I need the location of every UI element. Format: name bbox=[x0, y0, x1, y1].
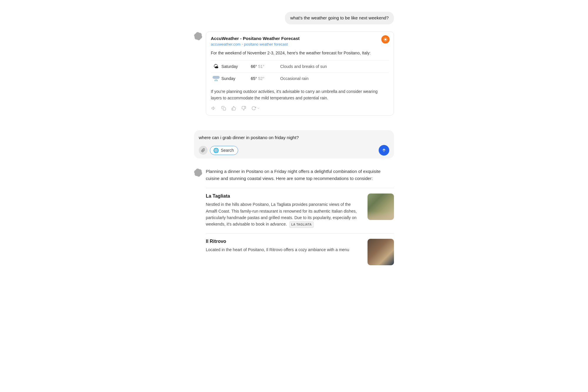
il-ritrovo-image bbox=[368, 239, 394, 265]
sunday-weather-icon bbox=[211, 76, 221, 81]
user-bubble-1: what's the weather going to be like next… bbox=[285, 12, 394, 24]
il-ritrovo-info: Il Ritrovo Located in the heart of Posit… bbox=[206, 239, 363, 253]
page-container: what's the weather going to be like next… bbox=[188, 0, 400, 302]
volume-button[interactable] bbox=[211, 105, 217, 111]
sunday-day: Sunday bbox=[221, 76, 251, 81]
input-text: where can i grab dinner in positano on f… bbox=[199, 134, 389, 141]
saturday-day: Saturday bbox=[221, 64, 251, 69]
svg-line-8 bbox=[387, 38, 387, 38]
user-message-text-1: what's the weather going to be like next… bbox=[290, 15, 389, 20]
input-container[interactable]: where can i grab dinner in positano on f… bbox=[194, 130, 394, 159]
sunday-temps: 65° 52° bbox=[251, 76, 280, 81]
sunday-high: 65° bbox=[251, 76, 257, 81]
regenerate-button[interactable] bbox=[251, 105, 261, 111]
source-title: AccuWeather - Positano Weather Forecast bbox=[211, 36, 389, 41]
source-domain-link[interactable]: accuweather.com bbox=[211, 42, 240, 46]
source-path-link[interactable]: positano weather forecast bbox=[244, 42, 288, 46]
weather-row-sunday: Sunday 65° 52° Occasional rain bbox=[211, 73, 389, 84]
saturday-weather-icon: 🌤 bbox=[211, 64, 221, 70]
svg-line-5 bbox=[384, 38, 384, 38]
restaurant-card-il-ritrovo: Il Ritrovo Located in the heart of Posit… bbox=[206, 233, 394, 271]
weather-row-saturday: 🌤 Saturday 66° 51° Clouds and breaks of … bbox=[211, 60, 389, 73]
copy-button[interactable] bbox=[221, 105, 227, 111]
la-tagliata-image bbox=[368, 194, 394, 220]
globe-icon: 🌐 bbox=[213, 148, 219, 153]
restaurant-card-la-tagliata: La Tagliata Nestled in the hills above P… bbox=[206, 188, 394, 233]
weather-assistant-row: AccuWeather - Positano Weather Forecast … bbox=[194, 31, 394, 120]
weather-badge bbox=[381, 35, 390, 44]
user-message-row-1: what's the weather going to be like next… bbox=[194, 12, 394, 24]
dining-assistant-content: Planning a dinner in Positano on a Frida… bbox=[206, 168, 394, 270]
thumbup-button[interactable] bbox=[231, 105, 237, 111]
search-button-label: Search bbox=[221, 148, 234, 153]
weather-intro-text: For the weekend of November 2-3, 2024, h… bbox=[211, 50, 389, 56]
saturday-description: Clouds and breaks of sun bbox=[280, 64, 389, 69]
weather-footer-text: If you're planning outdoor activities, i… bbox=[211, 88, 389, 101]
dining-assistant-row: Planning a dinner in Positano on a Frida… bbox=[194, 168, 394, 270]
attach-button[interactable] bbox=[199, 146, 208, 155]
input-actions-row: 🌐 Search bbox=[199, 145, 389, 156]
assistant-icon-2 bbox=[194, 169, 202, 177]
source-breadcrumb: accuweather.com › positano weather forec… bbox=[211, 42, 389, 46]
saturday-low: 51° bbox=[258, 64, 264, 69]
breadcrumb-chevron: › bbox=[242, 42, 243, 46]
la-tagliata-desc: Nestled in the hills above Positano, La … bbox=[206, 201, 363, 228]
saturday-high: 66° bbox=[251, 64, 257, 69]
la-tagliata-badge: LA TAGLIATA bbox=[289, 221, 314, 228]
search-button[interactable]: 🌐 Search bbox=[210, 146, 238, 155]
svg-point-0 bbox=[385, 38, 387, 40]
input-left-actions: 🌐 Search bbox=[199, 146, 238, 155]
sunday-description: Occasional rain bbox=[280, 76, 389, 81]
il-ritrovo-desc: Located in the heart of Positano, Il Rit… bbox=[206, 246, 363, 253]
la-tagliata-name: La Tagliata bbox=[206, 194, 363, 199]
sunday-low: 52° bbox=[258, 76, 264, 81]
il-ritrovo-name: Il Ritrovo bbox=[206, 239, 363, 244]
send-button[interactable] bbox=[379, 145, 389, 156]
svg-rect-10 bbox=[223, 108, 226, 110]
action-icons-row bbox=[211, 105, 389, 111]
assistant-icon bbox=[194, 32, 202, 40]
svg-line-7 bbox=[384, 40, 384, 41]
svg-line-6 bbox=[387, 40, 387, 41]
la-tagliata-info: La Tagliata Nestled in the hills above P… bbox=[206, 194, 363, 228]
thumbdown-button[interactable] bbox=[241, 105, 247, 111]
saturday-temps: 66° 51° bbox=[251, 64, 280, 69]
dining-intro-text: Planning a dinner in Positano on a Frida… bbox=[206, 168, 394, 182]
weather-assistant-content: AccuWeather - Positano Weather Forecast … bbox=[206, 31, 394, 120]
source-card-weather: AccuWeather - Positano Weather Forecast … bbox=[206, 31, 394, 116]
svg-marker-9 bbox=[212, 107, 213, 110]
